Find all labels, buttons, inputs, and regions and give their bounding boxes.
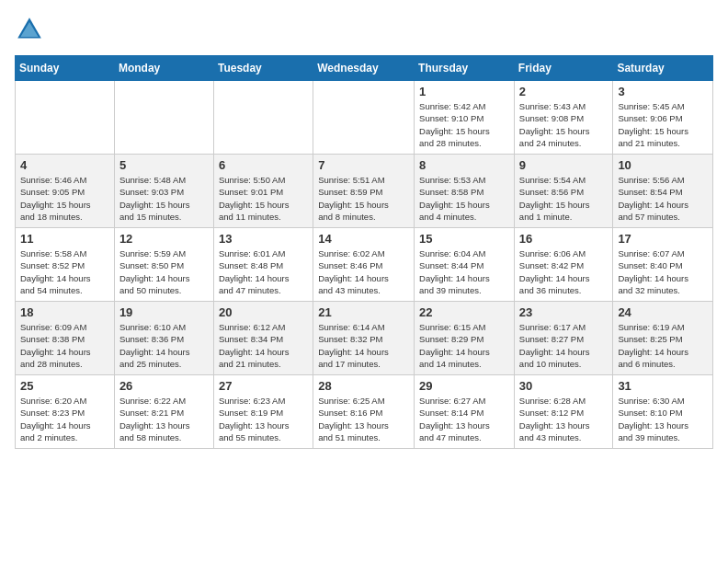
calendar-cell (313, 81, 415, 155)
day-info: Sunrise: 5:50 AM Sunset: 9:01 PM Dayligh… (219, 174, 308, 223)
header-day-thursday: Thursday (415, 56, 515, 81)
day-number: 25 (20, 379, 109, 393)
header-day-friday: Friday (514, 56, 613, 81)
day-info: Sunrise: 5:54 AM Sunset: 8:56 PM Dayligh… (519, 174, 609, 223)
day-number: 1 (419, 85, 509, 98)
calendar-cell: 15Sunrise: 6:04 AM Sunset: 8:44 PM Dayli… (415, 228, 515, 302)
day-number: 24 (618, 305, 708, 319)
day-info: Sunrise: 6:17 AM Sunset: 8:27 PM Dayligh… (519, 321, 609, 370)
logo (15, 15, 50, 44)
day-number: 12 (119, 232, 209, 246)
calendar-table: SundayMondayTuesdayWednesdayThursdayFrid… (15, 55, 713, 449)
day-number: 3 (618, 85, 708, 98)
calendar-week-1: 4Sunrise: 5:46 AM Sunset: 9:05 PM Daylig… (16, 155, 713, 228)
day-number: 27 (219, 379, 308, 393)
calendar-cell: 8Sunrise: 5:53 AM Sunset: 8:58 PM Daylig… (415, 155, 515, 228)
day-number: 11 (20, 232, 109, 246)
page-header (15, 15, 713, 44)
calendar-cell: 19Sunrise: 6:10 AM Sunset: 8:36 PM Dayli… (114, 302, 213, 375)
calendar-cell: 27Sunrise: 6:23 AM Sunset: 8:19 PM Dayli… (213, 375, 313, 449)
calendar-cell: 24Sunrise: 6:19 AM Sunset: 8:25 PM Dayli… (613, 302, 713, 375)
calendar-cell: 29Sunrise: 6:27 AM Sunset: 8:14 PM Dayli… (415, 375, 515, 449)
day-number: 13 (219, 232, 308, 246)
day-number: 9 (519, 158, 609, 172)
day-number: 16 (519, 232, 609, 246)
day-info: Sunrise: 6:28 AM Sunset: 8:12 PM Dayligh… (519, 395, 609, 443)
day-info: Sunrise: 6:19 AM Sunset: 8:25 PM Dayligh… (618, 321, 708, 370)
day-info: Sunrise: 6:14 AM Sunset: 8:32 PM Dayligh… (318, 321, 409, 370)
calendar-cell (213, 81, 313, 155)
day-info: Sunrise: 6:22 AM Sunset: 8:21 PM Dayligh… (119, 395, 209, 443)
day-number: 7 (318, 158, 409, 172)
day-info: Sunrise: 6:20 AM Sunset: 8:23 PM Dayligh… (20, 395, 109, 443)
day-number: 15 (419, 232, 509, 246)
day-info: Sunrise: 5:51 AM Sunset: 8:59 PM Dayligh… (318, 174, 409, 223)
calendar-week-3: 18Sunrise: 6:09 AM Sunset: 8:38 PM Dayli… (16, 302, 713, 375)
day-info: Sunrise: 5:43 AM Sunset: 9:08 PM Dayligh… (519, 100, 609, 149)
calendar-cell: 30Sunrise: 6:28 AM Sunset: 8:12 PM Dayli… (514, 375, 613, 449)
day-number: 19 (119, 305, 209, 319)
day-info: Sunrise: 6:12 AM Sunset: 8:34 PM Dayligh… (219, 321, 308, 370)
calendar-cell: 31Sunrise: 6:30 AM Sunset: 8:10 PM Dayli… (613, 375, 713, 449)
day-info: Sunrise: 5:58 AM Sunset: 8:52 PM Dayligh… (20, 247, 109, 296)
calendar-cell: 23Sunrise: 6:17 AM Sunset: 8:27 PM Dayli… (514, 302, 613, 375)
day-info: Sunrise: 5:42 AM Sunset: 9:10 PM Dayligh… (419, 100, 509, 149)
calendar-cell: 4Sunrise: 5:46 AM Sunset: 9:05 PM Daylig… (16, 155, 115, 228)
calendar-week-2: 11Sunrise: 5:58 AM Sunset: 8:52 PM Dayli… (16, 228, 713, 302)
header-day-saturday: Saturday (613, 56, 713, 81)
calendar-header: SundayMondayTuesdayWednesdayThursdayFrid… (16, 56, 713, 81)
calendar-cell: 13Sunrise: 6:01 AM Sunset: 8:48 PM Dayli… (213, 228, 313, 302)
calendar-body: 1Sunrise: 5:42 AM Sunset: 9:10 PM Daylig… (16, 81, 713, 449)
day-number: 8 (419, 158, 509, 172)
day-info: Sunrise: 5:48 AM Sunset: 9:03 PM Dayligh… (119, 174, 209, 223)
day-number: 4 (20, 158, 109, 172)
calendar-cell: 20Sunrise: 6:12 AM Sunset: 8:34 PM Dayli… (213, 302, 313, 375)
calendar-cell: 16Sunrise: 6:06 AM Sunset: 8:42 PM Dayli… (514, 228, 613, 302)
day-info: Sunrise: 5:56 AM Sunset: 8:54 PM Dayligh… (618, 174, 708, 223)
day-info: Sunrise: 6:10 AM Sunset: 8:36 PM Dayligh… (119, 321, 209, 370)
day-number: 20 (219, 305, 308, 319)
day-info: Sunrise: 6:04 AM Sunset: 8:44 PM Dayligh… (419, 247, 509, 296)
day-info: Sunrise: 6:02 AM Sunset: 8:46 PM Dayligh… (318, 247, 409, 296)
calendar-cell: 1Sunrise: 5:42 AM Sunset: 9:10 PM Daylig… (415, 81, 515, 155)
day-number: 21 (318, 305, 409, 319)
calendar-cell: 22Sunrise: 6:15 AM Sunset: 8:29 PM Dayli… (415, 302, 515, 375)
calendar-cell (16, 81, 115, 155)
day-info: Sunrise: 6:01 AM Sunset: 8:48 PM Dayligh… (219, 247, 308, 296)
calendar-week-4: 25Sunrise: 6:20 AM Sunset: 8:23 PM Dayli… (16, 375, 713, 449)
day-number: 23 (519, 305, 609, 319)
day-info: Sunrise: 5:46 AM Sunset: 9:05 PM Dayligh… (20, 174, 109, 223)
day-number: 10 (618, 158, 708, 172)
day-info: Sunrise: 6:25 AM Sunset: 8:16 PM Dayligh… (318, 395, 409, 443)
day-info: Sunrise: 5:59 AM Sunset: 8:50 PM Dayligh… (119, 247, 209, 296)
day-info: Sunrise: 6:30 AM Sunset: 8:10 PM Dayligh… (618, 395, 708, 443)
calendar-cell: 21Sunrise: 6:14 AM Sunset: 8:32 PM Dayli… (313, 302, 415, 375)
day-number: 29 (419, 379, 509, 393)
header-day-tuesday: Tuesday (213, 56, 313, 81)
day-number: 5 (119, 158, 209, 172)
calendar-cell: 7Sunrise: 5:51 AM Sunset: 8:59 PM Daylig… (313, 155, 415, 228)
calendar-cell: 11Sunrise: 5:58 AM Sunset: 8:52 PM Dayli… (16, 228, 115, 302)
day-info: Sunrise: 6:09 AM Sunset: 8:38 PM Dayligh… (20, 321, 109, 370)
day-number: 6 (219, 158, 308, 172)
header-day-wednesday: Wednesday (313, 56, 415, 81)
calendar-cell: 5Sunrise: 5:48 AM Sunset: 9:03 PM Daylig… (114, 155, 213, 228)
calendar-cell: 28Sunrise: 6:25 AM Sunset: 8:16 PM Dayli… (313, 375, 415, 449)
day-number: 31 (618, 379, 708, 393)
calendar-cell: 26Sunrise: 6:22 AM Sunset: 8:21 PM Dayli… (114, 375, 213, 449)
day-info: Sunrise: 6:15 AM Sunset: 8:29 PM Dayligh… (419, 321, 509, 370)
day-info: Sunrise: 6:07 AM Sunset: 8:40 PM Dayligh… (618, 247, 708, 296)
day-info: Sunrise: 6:06 AM Sunset: 8:42 PM Dayligh… (519, 247, 609, 296)
calendar-cell: 18Sunrise: 6:09 AM Sunset: 8:38 PM Dayli… (16, 302, 115, 375)
calendar-cell: 6Sunrise: 5:50 AM Sunset: 9:01 PM Daylig… (213, 155, 313, 228)
day-info: Sunrise: 6:23 AM Sunset: 8:19 PM Dayligh… (219, 395, 308, 443)
day-number: 26 (119, 379, 209, 393)
day-number: 2 (519, 85, 609, 98)
calendar-cell (114, 81, 213, 155)
day-number: 17 (618, 232, 708, 246)
calendar-cell: 14Sunrise: 6:02 AM Sunset: 8:46 PM Dayli… (313, 228, 415, 302)
day-info: Sunrise: 6:27 AM Sunset: 8:14 PM Dayligh… (419, 395, 509, 443)
calendar-cell: 10Sunrise: 5:56 AM Sunset: 8:54 PM Dayli… (613, 155, 713, 228)
logo-icon (15, 15, 44, 44)
day-number: 14 (318, 232, 409, 246)
